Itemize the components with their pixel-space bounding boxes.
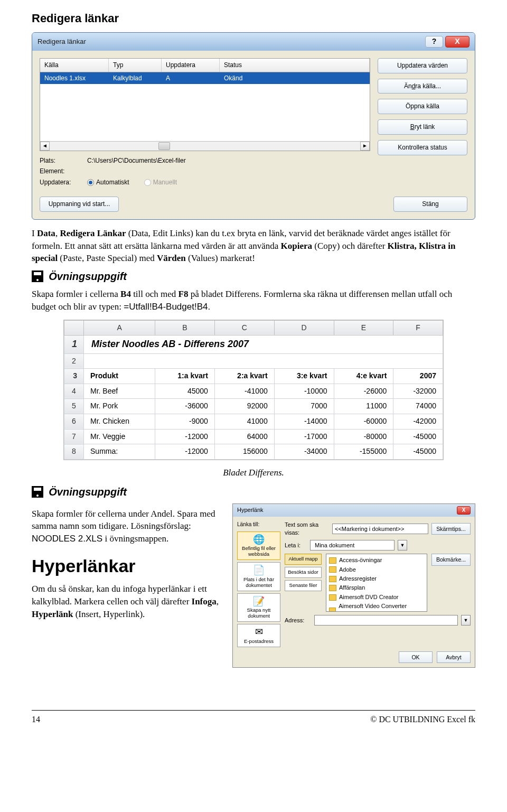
hl-close-button[interactable]: X: [457, 506, 471, 515]
close-button[interactable]: X: [445, 36, 470, 48]
scroll-thumb[interactable]: [158, 142, 170, 150]
hl-text-label: Text som ska visas:: [285, 521, 329, 537]
col-source[interactable]: Källa: [40, 59, 109, 72]
col-C: C: [214, 320, 274, 335]
chevron-down-icon[interactable]: ▼: [398, 540, 407, 550]
close-dialog-button[interactable]: Stäng: [393, 197, 467, 212]
list-item[interactable]: Adobe: [328, 565, 425, 574]
hl-tab-recent[interactable]: Senaste filer: [285, 580, 322, 591]
hl-side-new[interactable]: 📝Skapa nytt dokument: [237, 593, 280, 622]
table-row: 5Mr. Pork-360009200070001100074000: [64, 399, 443, 414]
radio-manual-label: Manuellt: [153, 178, 177, 187]
hl-address-label: Adress:: [285, 617, 311, 624]
paragraph-edit-links: I Data, Redigera Länkar (Data, Edit Link…: [32, 227, 475, 265]
list-item[interactable]: Adressregister: [328, 574, 425, 583]
hl-tab-current[interactable]: Aktuell mapp: [285, 554, 322, 565]
exercise1-text: Skapa formler i cellerna B4 till och med…: [32, 288, 475, 313]
col-status[interactable]: Status: [220, 59, 370, 72]
footer-right: © DC UTBILDNING Excel fk: [370, 714, 475, 725]
help-button[interactable]: ?: [425, 36, 443, 48]
hl-text-input[interactable]: <<Markering i dokument>>: [332, 524, 428, 534]
cell-status: Okänd: [220, 72, 370, 85]
folder-icon: [329, 585, 336, 591]
table-row: 7Mr. Veggie-1200064000-17000-80000-45000: [64, 429, 443, 444]
exercise2-text: Skapa formler för cellerna under Andel. …: [32, 508, 222, 545]
hl-lookin-label: Leta i:: [285, 542, 307, 549]
col-A: A: [84, 320, 155, 335]
table-row: 6Mr. Chicken-900041000-14000-60000-42000: [64, 414, 443, 429]
hl-linkto-label: Länka till:: [237, 521, 280, 528]
list-item[interactable]: Aimersoft Video Converter Ultimate: [328, 602, 425, 612]
hl-side-email[interactable]: ✉E-postadress: [237, 624, 280, 647]
folder-icon: [329, 566, 336, 573]
label-element: Element:: [40, 167, 82, 176]
col-D: D: [274, 320, 334, 335]
corner-cell: [64, 320, 84, 335]
chevron-down-icon[interactable]: ▼: [461, 615, 471, 626]
hl-address-input[interactable]: [314, 615, 458, 626]
dialog-title: Redigera länkar: [37, 37, 423, 46]
cell-update: A: [162, 72, 220, 85]
edit-links-dialog: Redigera länkar ? X Källa Typ Uppdatera …: [32, 32, 475, 220]
cell-source: Noodles 1.xlsx: [40, 72, 109, 85]
col-update[interactable]: Uppdatera: [162, 59, 220, 72]
hl-tab-browsed[interactable]: Besökta sidor: [285, 567, 322, 578]
label-plats: Plats:: [40, 156, 82, 165]
radio-manual: Manuellt: [144, 178, 177, 187]
hl-side-existing[interactable]: 🌐Befintlig fil eller webbsida: [237, 531, 280, 561]
list-item[interactable]: Affärsplan: [328, 583, 425, 592]
hl-bookmark-button[interactable]: Bokmärke...: [431, 554, 471, 566]
hl-screentip-button[interactable]: Skärmtips...: [431, 523, 471, 535]
page-number: 14: [32, 714, 40, 725]
folder-icon: [329, 594, 336, 601]
horizontal-scrollbar[interactable]: ◄ ►: [40, 141, 370, 151]
heading-hyperlinks: Hyperlänkar: [32, 554, 222, 579]
hl-titlebar: Hyperlänk X: [233, 504, 475, 517]
cell-type: Kalkylblad: [109, 72, 162, 85]
list-item[interactable]: Aimersoft DVD Creator: [328, 593, 425, 602]
links-list-header: Källa Typ Uppdatera Status: [40, 58, 370, 72]
break-link-button[interactable]: Bryt länk: [378, 119, 467, 135]
col-E: E: [334, 320, 393, 335]
save-icon: [32, 270, 43, 282]
figure-caption: Bladet Differens.: [32, 466, 475, 479]
change-source-button[interactable]: Ändra källa...: [378, 79, 467, 94]
folder-icon: [329, 608, 336, 612]
exercise-heading: Övningsuppgift: [49, 269, 127, 284]
links-list[interactable]: Noodles 1.xlsx Kalkylblad A Okänd ◄ ►: [40, 72, 370, 151]
folder-icon: [329, 576, 336, 582]
open-source-button[interactable]: Öppna källa: [378, 99, 467, 114]
col-type[interactable]: Typ: [109, 59, 162, 72]
hyperlink-paragraph: Om du så önskar, kan du infoga hyperlänk…: [32, 583, 222, 620]
hl-title: Hyperlänk: [237, 506, 457, 514]
exercise-heading: Övningsuppgift: [49, 484, 127, 499]
col-F: F: [393, 320, 443, 335]
folder-icon: [329, 557, 336, 564]
value-plats: C:\Users\PC\Documents\Excel-filer: [87, 156, 186, 165]
hyperlink-dialog: Hyperlänk X Länka till: 🌐Befintlig fil e…: [232, 503, 475, 668]
hl-cancel-button[interactable]: Avbryt: [437, 651, 471, 664]
radio-auto-label: Automatiskt: [96, 178, 129, 187]
list-item[interactable]: Access-övningar: [328, 556, 425, 565]
radio-auto[interactable]: Automatiskt: [87, 178, 129, 187]
page-footer: 14 © DC UTBILDNING Excel fk: [32, 710, 475, 725]
hl-ok-button[interactable]: OK: [399, 651, 433, 664]
check-status-button[interactable]: Kontrollera status: [378, 140, 467, 155]
save-icon: [32, 486, 43, 498]
scroll-left-icon[interactable]: ◄: [40, 142, 50, 151]
scroll-right-icon[interactable]: ►: [360, 142, 370, 151]
startup-prompt-button[interactable]: Uppmaning vid start...: [40, 197, 119, 212]
hl-side-place[interactable]: 📄Plats i det här dokumentet: [237, 562, 280, 591]
hl-file-list[interactable]: Access-övningarAdobeAdressregisterAffärs…: [326, 554, 427, 612]
heading-edit-links: Redigera länkar: [32, 11, 475, 27]
label-update: Uppdatera:: [40, 178, 82, 187]
hl-lookin-combo[interactable]: Mina dokument: [310, 540, 395, 550]
update-values-button[interactable]: Uppdatera värden: [378, 58, 467, 73]
excel-table-screenshot: A B C D E F 1Mister Noodles AB - Differe…: [63, 320, 444, 460]
table-title: Mister Noodles AB - Differens 2007: [84, 335, 443, 353]
col-B: B: [155, 320, 215, 335]
table-row: 8Summa:-12000156000-34000-155000-45000: [64, 444, 443, 460]
table-row: 4Mr. Beef45000-41000-10000-26000-32000: [64, 384, 443, 399]
titlebar: Redigera länkar ? X: [32, 33, 475, 51]
list-row[interactable]: Noodles 1.xlsx Kalkylblad A Okänd: [40, 72, 370, 85]
